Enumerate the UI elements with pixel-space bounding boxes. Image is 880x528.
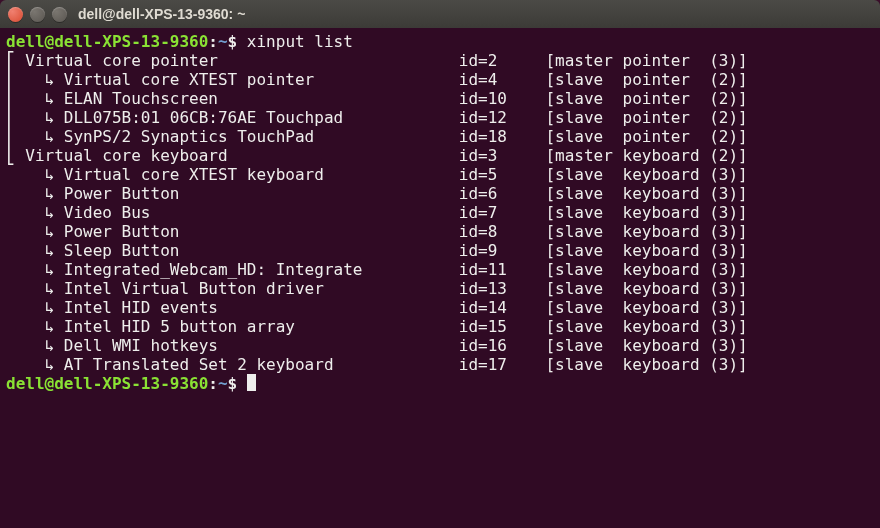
- device-name: ↳ Integrated_Webcam_HD: Integrate: [6, 260, 459, 279]
- maximize-icon[interactable]: [52, 7, 67, 22]
- device-row: ↳ Power Button id=6 [slave keyboard (3)]: [6, 184, 874, 203]
- device-id: id=8: [459, 222, 546, 241]
- device-name: ↳ Sleep Button: [6, 241, 459, 260]
- device-row: ↳ Intel HID 5 button array id=15 [slave …: [6, 317, 874, 336]
- device-id: id=2: [459, 51, 546, 70]
- device-role: [slave pointer (2)]: [545, 108, 747, 127]
- device-name: ⎜ ↳ Virtual core XTEST pointer: [6, 70, 459, 89]
- minimize-icon[interactable]: [30, 7, 45, 22]
- device-name: ↳ Virtual core XTEST keyboard: [6, 165, 459, 184]
- device-id: id=16: [459, 336, 546, 355]
- device-role: [slave keyboard (3)]: [545, 355, 747, 374]
- device-id: id=14: [459, 298, 546, 317]
- device-row: ↳ Video Bus id=7 [slave keyboard (3)]: [6, 203, 874, 222]
- device-row: ↳ Integrated_Webcam_HD: Integrate id=11 …: [6, 260, 874, 279]
- device-role: [slave keyboard (3)]: [545, 317, 747, 336]
- device-role: [slave pointer (2)]: [545, 127, 747, 146]
- device-id: id=13: [459, 279, 546, 298]
- device-id: id=10: [459, 89, 546, 108]
- device-id: id=6: [459, 184, 546, 203]
- command-text: xinput list: [247, 32, 353, 51]
- device-name: ↳ Intel HID 5 button array: [6, 317, 459, 336]
- device-id: id=15: [459, 317, 546, 336]
- device-row: ⎜ ↳ SynPS/2 Synaptics TouchPad id=18 [sl…: [6, 127, 874, 146]
- device-name: ↳ Power Button: [6, 222, 459, 241]
- device-name: ↳ Dell WMI hotkeys: [6, 336, 459, 355]
- window-titlebar: dell@dell-XPS-13-9360: ~: [0, 0, 880, 28]
- device-row: ⎜ ↳ DLL075B:01 06CB:76AE Touchpad id=12 …: [6, 108, 874, 127]
- device-name: ⎜ ↳ ELAN Touchscreen: [6, 89, 459, 108]
- prompt-line: dell@dell-XPS-13-9360:~$: [6, 374, 874, 393]
- prompt-userhost: dell@dell-XPS-13-9360: [6, 374, 208, 393]
- prompt-userhost: dell@dell-XPS-13-9360: [6, 32, 208, 51]
- device-role: [slave keyboard (3)]: [545, 165, 747, 184]
- close-icon[interactable]: [8, 7, 23, 22]
- device-id: id=3: [459, 146, 546, 165]
- device-name: ↳ Intel Virtual Button driver: [6, 279, 459, 298]
- device-row: ↳ Dell WMI hotkeys id=16 [slave keyboard…: [6, 336, 874, 355]
- window-title: dell@dell-XPS-13-9360: ~: [78, 6, 245, 22]
- device-row: ↳ Intel Virtual Button driver id=13 [sla…: [6, 279, 874, 298]
- device-role: [slave pointer (2)]: [545, 89, 747, 108]
- device-role: [slave keyboard (3)]: [545, 241, 747, 260]
- cursor: [247, 374, 256, 391]
- device-group-header: ⎡ Virtual core pointer id=2 [master poin…: [6, 51, 874, 70]
- prompt-path: ~: [218, 32, 228, 51]
- device-name: ↳ Video Bus: [6, 203, 459, 222]
- device-id: id=11: [459, 260, 546, 279]
- device-name: ⎣ Virtual core keyboard: [6, 146, 459, 165]
- device-id: id=18: [459, 127, 546, 146]
- device-name: ↳ Power Button: [6, 184, 459, 203]
- device-row: ⎜ ↳ ELAN Touchscreen id=10 [slave pointe…: [6, 89, 874, 108]
- device-id: id=7: [459, 203, 546, 222]
- device-id: id=5: [459, 165, 546, 184]
- device-row: ↳ Power Button id=8 [slave keyboard (3)]: [6, 222, 874, 241]
- device-row: ↳ AT Translated Set 2 keyboard id=17 [sl…: [6, 355, 874, 374]
- device-name: ↳ Intel HID events: [6, 298, 459, 317]
- device-role: [slave keyboard (3)]: [545, 279, 747, 298]
- terminal-area[interactable]: dell@dell-XPS-13-9360:~$ xinput list⎡ Vi…: [0, 28, 880, 528]
- device-id: id=9: [459, 241, 546, 260]
- prompt-path: ~: [218, 374, 228, 393]
- device-name: ⎡ Virtual core pointer: [6, 51, 459, 70]
- device-role: [slave keyboard (3)]: [545, 336, 747, 355]
- device-role: [master keyboard (2)]: [545, 146, 747, 165]
- device-name: ⎜ ↳ SynPS/2 Synaptics TouchPad: [6, 127, 459, 146]
- device-row: ↳ Virtual core XTEST keyboard id=5 [slav…: [6, 165, 874, 184]
- device-name: ↳ AT Translated Set 2 keyboard: [6, 355, 459, 374]
- device-role: [slave keyboard (3)]: [545, 260, 747, 279]
- device-role: [slave keyboard (3)]: [545, 184, 747, 203]
- device-row: ⎜ ↳ Virtual core XTEST pointer id=4 [sla…: [6, 70, 874, 89]
- device-role: [slave keyboard (3)]: [545, 203, 747, 222]
- device-group-header: ⎣ Virtual core keyboard id=3 [master key…: [6, 146, 874, 165]
- device-role: [master pointer (3)]: [545, 51, 747, 70]
- device-row: ↳ Intel HID events id=14 [slave keyboard…: [6, 298, 874, 317]
- device-id: id=12: [459, 108, 546, 127]
- device-role: [slave pointer (2)]: [545, 70, 747, 89]
- device-id: id=17: [459, 355, 546, 374]
- device-id: id=4: [459, 70, 546, 89]
- device-row: ↳ Sleep Button id=9 [slave keyboard (3)]: [6, 241, 874, 260]
- device-role: [slave keyboard (3)]: [545, 222, 747, 241]
- prompt-line: dell@dell-XPS-13-9360:~$ xinput list: [6, 32, 874, 51]
- device-role: [slave keyboard (3)]: [545, 298, 747, 317]
- device-name: ⎜ ↳ DLL075B:01 06CB:76AE Touchpad: [6, 108, 459, 127]
